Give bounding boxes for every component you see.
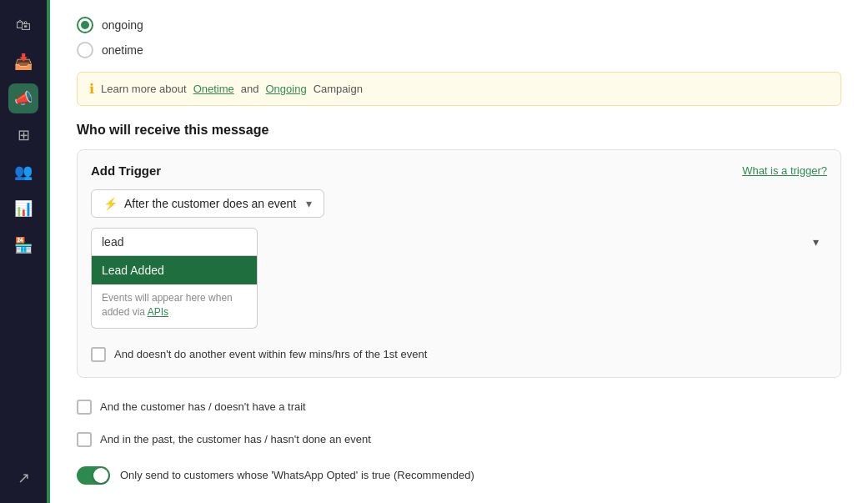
trigger-card-title: Add Trigger <box>91 163 161 178</box>
event-search-row: ▾ <box>91 228 827 256</box>
trigger-card: Add Trigger What is a trigger? ⚡ After t… <box>77 149 841 378</box>
no-other-event-label: And doesn't do another event within few … <box>114 348 427 360</box>
store-icon[interactable]: 🏪 <box>8 230 38 260</box>
whatsapp-opted-label: Only send to customers whose 'WhatsApp O… <box>120 469 474 481</box>
inbox-icon[interactable]: 📥 <box>8 47 38 77</box>
sidebar: 🛍 📥 📣 ⊞ 👥 📊 🏪 ↗ <box>0 0 47 503</box>
info-link-onetime[interactable]: Onetime <box>193 83 234 95</box>
trait-filter-label: And the customer has / doesn't have a tr… <box>100 400 306 413</box>
info-link-ongoing[interactable]: Ongoing <box>265 83 306 95</box>
no-other-event-checkbox[interactable] <box>91 347 106 362</box>
bag-icon[interactable]: 🛍 <box>8 10 38 40</box>
trigger-help-link[interactable]: What is a trigger? <box>742 164 827 177</box>
apis-link[interactable]: APIs <box>148 306 168 318</box>
past-event-filter-label: And in the past, the customer has / hasn… <box>100 433 371 445</box>
event-search-input[interactable] <box>91 228 258 256</box>
radio-ongoing-label: ongoing <box>102 18 143 32</box>
radio-onetime-circle <box>77 42 93 58</box>
trigger-btn-label: After the customer does an event <box>124 197 296 210</box>
content-wrapper: ongoing onetime ℹ Learn more about Oneti… <box>47 0 868 503</box>
dropdown-hint: Events will appear here when added via A… <box>92 284 257 328</box>
trait-filter-row: And the customer has / doesn't have a tr… <box>77 391 841 424</box>
info-banner: ℹ Learn more about Onetime and Ongoing C… <box>77 72 841 106</box>
dropdown-item-lead-added[interactable]: Lead Added <box>92 256 257 284</box>
main-content: ongoing onetime ℹ Learn more about Oneti… <box>50 0 868 503</box>
radio-onetime[interactable]: onetime <box>77 42 841 58</box>
campaign-type-radio-group: ongoing onetime <box>77 17 841 58</box>
no-other-event-row: And doesn't do another event within few … <box>91 339 827 364</box>
event-dropdown-list: Lead Added Events will appear here when … <box>91 256 258 329</box>
info-icon: ℹ <box>89 81 94 97</box>
users-icon[interactable]: 👥 <box>8 157 38 187</box>
info-text-and: and <box>241 83 259 95</box>
section-title: Who will receive this message <box>77 123 841 138</box>
whatsapp-opted-toggle[interactable] <box>77 466 110 485</box>
share-icon[interactable]: ↗ <box>8 463 38 493</box>
trigger-dropdown-button[interactable]: ⚡ After the customer does an event ▾ <box>91 189 324 218</box>
radio-ongoing[interactable]: ongoing <box>77 17 841 33</box>
radio-onetime-label: onetime <box>102 43 143 57</box>
chart-icon[interactable]: 📊 <box>8 194 38 224</box>
radio-ongoing-circle <box>77 17 93 33</box>
trigger-card-header: Add Trigger What is a trigger? <box>91 163 827 178</box>
info-text-suffix: Campaign <box>314 83 363 95</box>
table-icon[interactable]: ⊞ <box>8 120 38 150</box>
trait-filter-checkbox[interactable] <box>77 400 92 415</box>
chevron-down-icon: ▾ <box>306 197 312 210</box>
info-text-prefix: Learn more about <box>101 83 187 95</box>
whatsapp-opted-toggle-row: Only send to customers whose 'WhatsApp O… <box>77 456 841 495</box>
toggle-knob <box>93 468 108 483</box>
past-event-filter-row: And in the past, the customer has / hasn… <box>77 424 841 456</box>
past-event-filter-checkbox[interactable] <box>77 432 92 447</box>
lightning-icon: ⚡ <box>103 197 118 210</box>
campaign-icon[interactable]: 📣 <box>8 83 38 113</box>
search-chevron-icon: ▾ <box>813 235 819 249</box>
